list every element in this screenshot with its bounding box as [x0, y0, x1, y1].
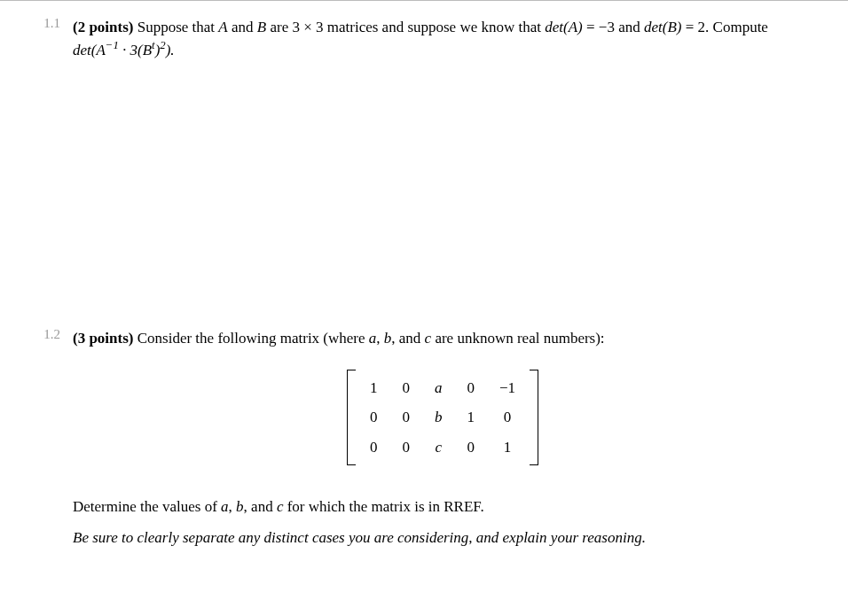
matrix-cell: 1: [357, 373, 390, 403]
math-det: det: [545, 19, 563, 35]
matrix-cell: a: [422, 373, 455, 403]
math-det: det: [644, 19, 663, 35]
matrix-cell: 0: [389, 402, 422, 433]
matrix-cell: b: [422, 402, 455, 433]
matrix-row: 1 0 a 0 −1: [357, 373, 528, 403]
math-a: a: [221, 498, 229, 515]
points-label: (3 points): [73, 330, 133, 347]
math-B: B: [257, 19, 266, 35]
text: ,: [229, 498, 237, 515]
matrix-cell: 1: [487, 433, 528, 463]
matrix-row: 0 0 c 0 1: [357, 433, 528, 463]
text: for which the matrix is in RREF.: [283, 498, 483, 515]
math-A: A: [218, 19, 227, 35]
problem-number: 1.2: [35, 327, 60, 550]
matrix-display: 1 0 a 0 −1 0 0 b 1 0 0 0: [73, 370, 813, 472]
problem-number: 1.1: [35, 16, 60, 61]
text: are unknown real numbers):: [431, 330, 604, 347]
problem-body: (3 points) Consider the following matrix…: [73, 327, 813, 550]
text: and: [228, 19, 257, 35]
text: are 3 × 3 matrices and suppose we know t…: [266, 19, 545, 35]
top-horizontal-rule: [0, 0, 848, 1]
text: ,: [376, 330, 384, 347]
math-expr: (A−1 · 3(Bt)2).: [91, 42, 175, 58]
matrix-cell: 0: [357, 433, 390, 463]
matrix-cell: 0: [389, 433, 422, 463]
matrix-cell: 0: [389, 373, 422, 403]
determine-line: Determine the values of a, b, and c for …: [73, 495, 813, 519]
text: Suppose that: [133, 19, 218, 35]
intro-line: (3 points) Consider the following matrix…: [73, 327, 813, 350]
text: Consider the following matrix (where: [133, 330, 368, 347]
matrix-left-bracket: [347, 370, 356, 466]
problem-body: (2 points) Suppose that A and B are 3 × …: [73, 16, 813, 61]
matrix-row: 0 0 b 1 0: [357, 402, 528, 433]
matrix-cell: 0: [454, 373, 487, 403]
text: = 2. Compute: [682, 19, 768, 35]
problem-1-2: 1.2 (3 points) Consider the following ma…: [35, 327, 813, 550]
matrix-table: 1 0 a 0 −1 0 0 b 1 0 0 0: [357, 373, 528, 463]
matrix-cell: 0: [487, 402, 528, 433]
text: = −3 and: [583, 19, 644, 35]
text: Determine the values of: [73, 498, 221, 515]
math-det: det: [73, 42, 91, 58]
text: , and: [244, 498, 277, 515]
matrix-cell: 1: [454, 402, 487, 433]
matrix-cell: −1: [487, 373, 528, 403]
math-arg: (A): [563, 19, 583, 35]
matrix-cell: 0: [454, 433, 487, 463]
instruction-line: Be sure to clearly separate any distinct…: [73, 526, 813, 550]
matrix-cell: 0: [357, 402, 390, 433]
math-arg: (B): [663, 19, 682, 35]
points-label: (2 points): [73, 19, 133, 35]
problem-1-1: 1.1 (2 points) Suppose that A and B are …: [35, 16, 813, 61]
text: , and: [391, 330, 424, 347]
matrix-cell: c: [422, 433, 455, 463]
matrix-right-bracket: [530, 370, 538, 466]
math-b: b: [236, 498, 244, 515]
